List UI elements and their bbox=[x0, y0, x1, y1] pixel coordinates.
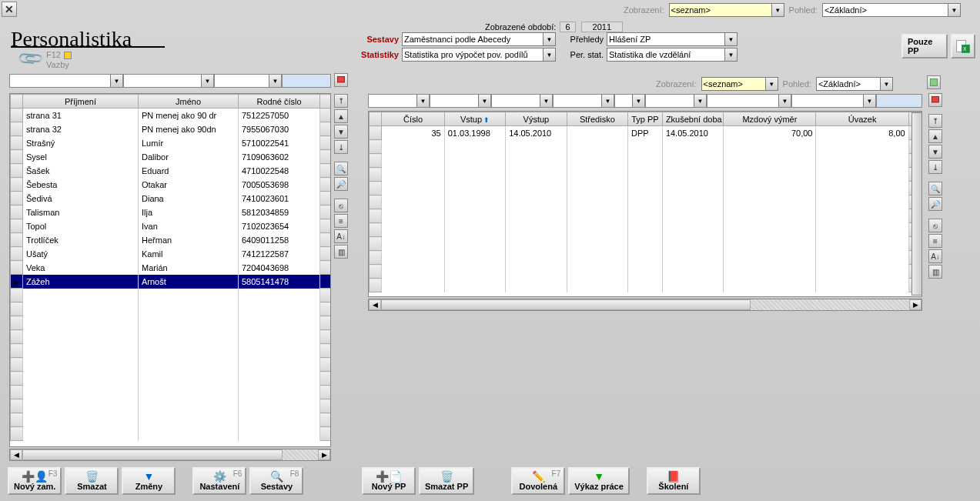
right-vscroll[interactable] bbox=[911, 112, 922, 296]
cell[interactable]: 14.05.2010 bbox=[506, 126, 567, 140]
col-header[interactable]: Vstup⬆ bbox=[444, 112, 505, 126]
chevron-down-icon[interactable]: ▼ bbox=[543, 33, 555, 45]
cell[interactable] bbox=[567, 126, 627, 140]
right-filter-9[interactable] bbox=[876, 94, 922, 108]
sort-desc-button[interactable]: ▥ bbox=[334, 245, 348, 259]
col-prijmeni[interactable]: Příjmení bbox=[23, 95, 139, 109]
table-row[interactable]: TrotlíčekHeřman6409011258 bbox=[11, 233, 331, 247]
right-filter-7[interactable]: ▼ bbox=[707, 94, 791, 108]
col-header[interactable]: Typ PP bbox=[628, 112, 663, 126]
chevron-down-icon[interactable]: ▼ bbox=[269, 75, 281, 87]
excel-export-button[interactable]: X bbox=[951, 34, 975, 58]
table-row[interactable]: ŠebestaOtakar7005053698 bbox=[11, 178, 331, 192]
chevron-down-icon[interactable]: ▼ bbox=[601, 95, 614, 107]
scroll-left-button[interactable]: ◀ bbox=[10, 449, 22, 460]
table-row[interactable]: VekaMarián7204043698 bbox=[11, 261, 331, 275]
statistiky-combo[interactable]: ▼ bbox=[402, 48, 556, 62]
right-filter-3[interactable]: ▼ bbox=[491, 94, 553, 108]
col-rodne[interactable]: Rodné číslo bbox=[239, 95, 320, 109]
col-jmeno[interactable]: Jméno bbox=[139, 95, 239, 109]
sestavy-button[interactable]: F8 🔍 Sestavy bbox=[249, 467, 303, 495]
nastaveni-button[interactable]: F6 ⚙️ Nastavení bbox=[192, 467, 246, 495]
scroll-right-button[interactable]: ▶ bbox=[318, 449, 330, 460]
zobrazeni-input[interactable] bbox=[671, 4, 782, 16]
cell[interactable]: Talisman bbox=[23, 205, 139, 219]
chevron-down-icon[interactable]: ▼ bbox=[880, 78, 892, 90]
scroll-left-button[interactable]: ◀ bbox=[369, 299, 381, 310]
cell[interactable]: 7109063602 bbox=[239, 150, 320, 164]
tree-button[interactable]: ⎋ bbox=[928, 219, 942, 232]
chevron-down-icon[interactable]: ▼ bbox=[478, 95, 490, 107]
list-button[interactable]: ≡ bbox=[334, 214, 348, 228]
chevron-down-icon[interactable]: ▼ bbox=[110, 75, 122, 87]
sub-pohled-combo[interactable]: ▼ bbox=[816, 77, 893, 91]
chevron-down-icon[interactable]: ▼ bbox=[724, 48, 737, 61]
filter-tool-button[interactable] bbox=[334, 73, 348, 87]
zoom-out-button[interactable]: 🔎 bbox=[928, 197, 942, 211]
go-last-button[interactable]: ⤓ bbox=[928, 160, 942, 174]
col-header[interactable]: Výstup bbox=[506, 112, 567, 126]
cell[interactable]: Veka bbox=[23, 261, 139, 275]
sestavy-combo[interactable]: ▼ bbox=[402, 32, 556, 46]
chevron-down-icon[interactable]: ▼ bbox=[416, 95, 429, 107]
cell[interactable]: Zážeh bbox=[23, 275, 139, 289]
left-hscroll[interactable]: ◀ ▶ bbox=[9, 449, 331, 461]
table-row[interactable]: UšatýKamil7412122587 bbox=[11, 247, 331, 261]
right-filter-8[interactable]: ▼ bbox=[791, 94, 876, 108]
zobrazeni-combo[interactable]: ▼ bbox=[669, 3, 784, 17]
cell[interactable]: DPP bbox=[628, 126, 663, 140]
tree-button[interactable]: ⎋ bbox=[334, 199, 348, 212]
cell[interactable]: Šedivá bbox=[23, 192, 139, 205]
employees-grid[interactable]: Příjmení Jméno Rodné číslo strana 31PN m… bbox=[9, 93, 331, 447]
vykaz-button[interactable]: ▼ Výkaz práce bbox=[568, 467, 630, 495]
pp-grid[interactable]: ČísloVstup⬆VýstupStřediskoTyp PPZkušební… bbox=[368, 111, 922, 297]
left-filter-2[interactable]: ▼ bbox=[123, 74, 214, 88]
cell[interactable]: 5812034859 bbox=[239, 205, 320, 219]
cell[interactable]: 14.05.2010 bbox=[662, 126, 723, 140]
pouze-pp-button[interactable]: Pouze PP bbox=[901, 34, 948, 58]
sort-desc-button[interactable]: ▥ bbox=[928, 265, 942, 279]
chevron-down-icon[interactable]: ▼ bbox=[778, 95, 791, 107]
chevron-down-icon[interactable]: ▼ bbox=[543, 48, 555, 61]
chevron-down-icon[interactable]: ▼ bbox=[201, 75, 213, 87]
go-up-button[interactable]: ▲ bbox=[928, 129, 942, 143]
cell[interactable]: Sysel bbox=[23, 150, 139, 164]
perstat-combo[interactable]: ▼ bbox=[607, 48, 738, 62]
go-down-button[interactable]: ▼ bbox=[334, 125, 348, 139]
sort-asc-button[interactable]: A↓ bbox=[334, 229, 348, 243]
cell[interactable]: 7410023601 bbox=[239, 192, 320, 205]
table-row[interactable]: ŠediváDiana7410023601 bbox=[11, 192, 331, 205]
col-header[interactable]: Úvazek bbox=[816, 112, 908, 126]
go-last-button[interactable]: ⤓ bbox=[334, 140, 348, 154]
right-filter-2[interactable]: ▼ bbox=[430, 94, 491, 108]
col-header[interactable]: Zkušební doba bbox=[662, 112, 723, 126]
cell[interactable]: strana 31 bbox=[23, 109, 139, 122]
cell[interactable]: Otakar bbox=[139, 178, 239, 192]
right-hscroll[interactable]: ◀ ▶ bbox=[368, 299, 922, 311]
cell[interactable]: 8,00 bbox=[816, 126, 908, 140]
cell[interactable]: Kamil bbox=[139, 247, 239, 261]
chevron-down-icon[interactable]: ▼ bbox=[771, 4, 784, 16]
right-filter-4[interactable]: ▼ bbox=[553, 94, 614, 108]
cell[interactable]: 4710022548 bbox=[239, 164, 320, 178]
cell[interactable]: Trotlíček bbox=[23, 233, 139, 247]
cell[interactable]: Arnošt bbox=[139, 275, 239, 289]
novy-pp-button[interactable]: ➕📄 Nový PP bbox=[362, 467, 416, 495]
left-filter-1[interactable]: ▼ bbox=[9, 74, 123, 88]
table-row[interactable]: ZážehArnošt5805141478 bbox=[11, 275, 331, 289]
col-header[interactable]: Číslo bbox=[382, 112, 444, 126]
chevron-down-icon[interactable]: ▼ bbox=[540, 95, 552, 107]
cell[interactable]: Ilja bbox=[139, 205, 239, 219]
chevron-down-icon[interactable]: ▼ bbox=[765, 78, 778, 90]
cell[interactable]: Strašný bbox=[23, 136, 139, 150]
table-row[interactable]: ŠašekEduard4710022548 bbox=[11, 164, 331, 178]
export-button[interactable] bbox=[927, 75, 941, 89]
col-header[interactable]: Středisko bbox=[567, 112, 627, 126]
go-up-button[interactable]: ▲ bbox=[334, 109, 348, 123]
filter-tool-button[interactable] bbox=[928, 93, 942, 107]
cell[interactable]: 7512257050 bbox=[239, 109, 320, 122]
chevron-down-icon[interactable]: ▼ bbox=[724, 33, 737, 45]
table-row[interactable]: SyselDalibor7109063602 bbox=[11, 150, 331, 164]
cell[interactable]: Šebesta bbox=[23, 178, 139, 192]
cell[interactable]: Dalibor bbox=[139, 150, 239, 164]
